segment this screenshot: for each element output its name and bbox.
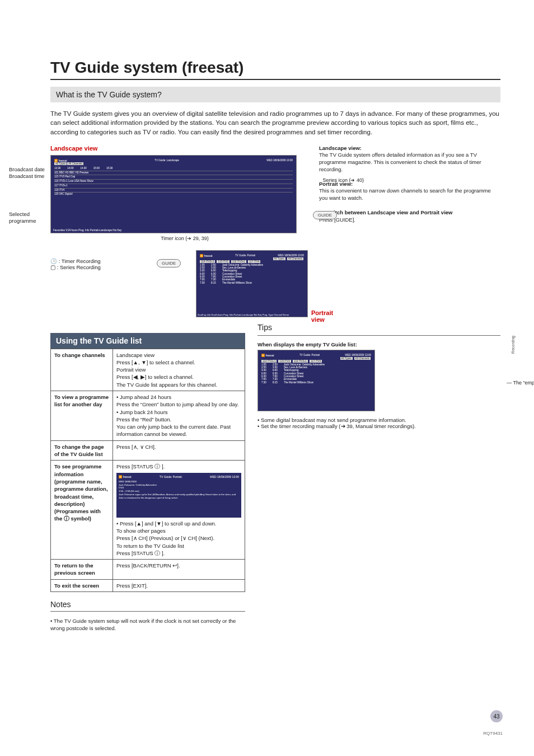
title-rule <box>50 79 500 80</box>
tv-guide-landscape-figure: ▶️ freesat TV Guide: Landscape WED 18/06… <box>50 155 297 233</box>
table-row-value: Landscape view Press [▲, ▼] to select a … <box>113 349 245 391</box>
landscape-view-label: Landscape view <box>50 145 297 152</box>
annot-selected-prog: Selected programme <box>9 211 48 225</box>
table-row-value: Press [BACK/RETURN ↩]. <box>113 560 245 580</box>
tv-guide-empty-figure: ▶️ freesat TV Guide: Portrait WED 18/06/… <box>257 350 375 411</box>
programme-info-figure: ▶️ freesatTV Guide: PortraitWED 18/06/20… <box>116 473 241 518</box>
table-row-label: To view a programme list for another day <box>51 391 113 441</box>
tips-subheading: When displays the empty TV Guide list: <box>257 341 357 348</box>
table-row-value: Press [∧, ∨ CH]. <box>113 440 245 461</box>
table-row-label: To see programme information (programme … <box>51 461 113 560</box>
page-number: 43 <box>490 710 503 722</box>
switch-view-heading: To switch between Landscape view and Por… <box>319 209 452 215</box>
notes-heading: Notes <box>50 600 245 609</box>
table-row-value: Press [STATUS ⓘ ].▶️ freesatTV Guide: Po… <box>113 461 245 560</box>
tips-bullets: • Some digital broadcast may not send pr… <box>257 417 500 429</box>
guide-button[interactable]: GUIDE <box>157 259 181 267</box>
table-row-label: To change channels <box>51 349 113 391</box>
table-row-value: Press [EXIT]. <box>113 579 245 591</box>
annot-broadcast-date: Broadcast date <box>9 166 45 173</box>
table-row-value: • Jump ahead 24 hours Press the “Green” … <box>113 391 245 441</box>
portrait-view-label: Portrait view <box>311 309 333 323</box>
tips-heading: Tips <box>257 323 500 332</box>
doc-id: RQT9431 <box>483 731 503 736</box>
portrait-desc-body: This is convenient to narrow down channe… <box>319 187 491 201</box>
page-title: TV Guide system (freesat) <box>50 59 500 77</box>
annot-broadcast-time: Broadcast time <box>9 173 44 180</box>
using-tv-guide-heading: Using the TV Guide list <box>50 333 245 349</box>
section-heading-what-is: What is the TV Guide system? <box>50 87 500 102</box>
notes-body: • The TV Guide system setup will not wor… <box>50 617 245 632</box>
landscape-desc-body: The TV Guide system offers detailed info… <box>319 152 481 172</box>
table-row-label: To return to the previous screen <box>51 560 113 580</box>
annot-series-icon: Series icon (➔ 40) <box>322 177 364 183</box>
table-row-label: To exit the screen <box>51 579 113 591</box>
landscape-desc-heading: Landscape view: <box>319 145 362 151</box>
side-tab-recording: Recording <box>511 336 515 354</box>
table-row-label: To change the page of the TV Guide list <box>51 440 113 461</box>
annot-timer-icon: Timer icon (➔ 29, 39) <box>73 236 297 241</box>
section-body-what-is: The TV Guide system gives you an overvie… <box>50 109 500 137</box>
guide-button[interactable]: GUIDE <box>313 211 337 219</box>
using-tv-guide-table: To change channelsLandscape view Press [… <box>50 349 245 593</box>
annot-empty-field: — The “empty” field <box>507 380 534 386</box>
tv-guide-portrait-figure: ▶️ freesat TV Guide: Portrait WED 18/06/… <box>196 250 308 317</box>
